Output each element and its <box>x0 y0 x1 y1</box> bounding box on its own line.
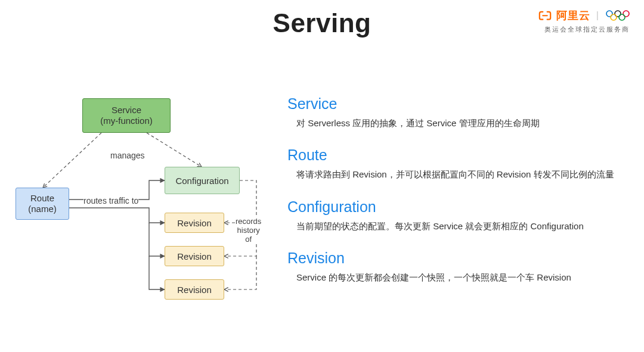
diagram-node-revision: Revision <box>165 246 224 266</box>
section-body: 将请求路由到 Revision，并可以根据配置向不同的 Revision 转发不… <box>287 167 633 181</box>
diagram-node-revision: Revision <box>165 213 224 233</box>
aliyun-bracket-icon <box>538 10 552 21</box>
diagram-node-service: Service (my-function) <box>82 98 171 133</box>
svg-point-5 <box>619 14 625 20</box>
svg-point-4 <box>611 14 617 20</box>
node-line: (my-function) <box>100 116 153 126</box>
diagram-node-route: Route (name) <box>16 188 69 220</box>
section-body: Service 的每次更新都会创建一个快照，一个快照就是一个车 Revision <box>287 270 633 284</box>
serving-architecture-diagram: Service (my-function) Route (name) Confi… <box>6 98 274 319</box>
olympic-rings-icon <box>605 10 631 21</box>
brand-name: 阿里云 <box>556 8 590 23</box>
edge-label-manages: manages <box>110 151 145 160</box>
brand-logo: 阿里云 | <box>538 8 631 23</box>
section-heading: Configuration <box>287 198 633 216</box>
section-configuration: Configuration 当前期望的状态的配置。每次更新 Service 就会… <box>287 198 633 233</box>
section-heading: Service <box>287 95 633 113</box>
brand-tagline: 奥运会全球指定云服务商 <box>544 25 630 34</box>
diagram-node-configuration: Configuration <box>165 167 240 194</box>
section-service: Service 对 Serverless 应用的抽象，通过 Service 管理… <box>287 95 633 130</box>
section-heading: Revision <box>287 250 633 267</box>
diagram-node-revision: Revision <box>165 279 224 300</box>
section-route: Route 将请求路由到 Revision，并可以根据配置向不同的 Revisi… <box>287 147 633 181</box>
node-line: (name) <box>28 204 57 214</box>
section-heading: Route <box>287 147 633 164</box>
node-line: Route <box>30 193 54 204</box>
edge-label-routes: routes traffic to <box>83 196 138 205</box>
definitions-column: Service 对 Serverless 应用的抽象，通过 Service 管理… <box>287 95 633 301</box>
section-body: 当前期望的状态的配置。每次更新 Service 就会更新相应的 Configur… <box>287 219 633 233</box>
node-line: Service <box>112 105 141 116</box>
section-revision: Revision Service 的每次更新都会创建一个快照，一个快照就是一个车… <box>287 250 633 284</box>
brand-separator: | <box>596 10 599 21</box>
edge-label-records: recordshistoryof <box>236 217 261 244</box>
section-body: 对 Serverless 应用的抽象，通过 Service 管理应用的生命周期 <box>287 116 633 130</box>
